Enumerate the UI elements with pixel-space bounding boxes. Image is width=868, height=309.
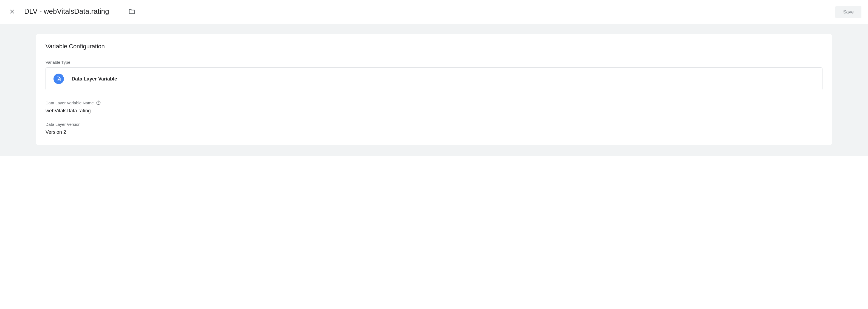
variable-name-value: webVitalsData.rating (45, 108, 823, 114)
variable-type-selector[interactable]: Data Layer Variable (45, 67, 823, 90)
folder-icon (128, 8, 135, 16)
svg-point-1 (98, 104, 98, 104)
help-icon[interactable] (96, 100, 101, 105)
card-title: Variable Configuration (45, 43, 823, 50)
header: Save (0, 0, 868, 24)
version-value: Version 2 (45, 129, 823, 135)
version-label: Data Layer Version (45, 122, 823, 127)
variable-type-value: Data Layer Variable (71, 76, 117, 82)
variable-type-label: Variable Type (45, 60, 823, 64)
variable-name-input[interactable] (24, 6, 123, 18)
save-button[interactable]: Save (835, 6, 861, 18)
folder-button[interactable] (128, 8, 135, 16)
configuration-card: Variable Configuration Variable Type Dat… (36, 34, 832, 145)
close-button[interactable] (7, 7, 18, 18)
data-layer-variable-icon (54, 74, 64, 84)
content-area: Variable Configuration Variable Type Dat… (0, 24, 868, 156)
close-icon (9, 8, 16, 16)
variable-name-label: Data Layer Variable Name (45, 100, 823, 105)
